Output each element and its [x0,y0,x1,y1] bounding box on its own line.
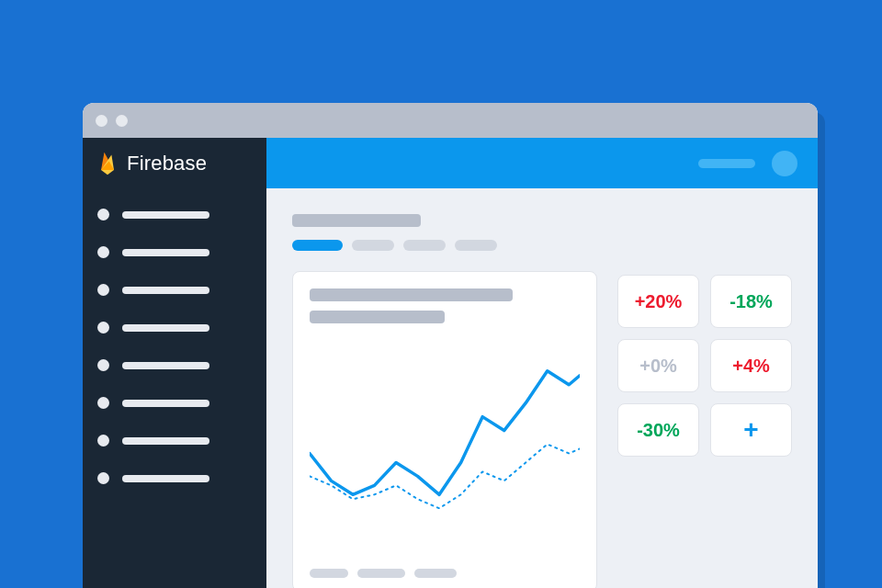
sidebar-item[interactable] [97,397,252,409]
main-area: +20%-18%+0%+4%-30%+ [266,138,818,588]
nav-label-placeholder [122,324,209,332]
legend-item [357,569,405,578]
content: +20%-18%+0%+4%-30%+ [266,188,818,588]
topbar-action[interactable] [698,159,755,168]
stat-card[interactable]: +4% [710,339,792,392]
nav-label-placeholder [122,287,209,294]
window-titlebar [83,103,818,138]
brand[interactable]: Firebase [83,138,266,188]
add-stat-button[interactable]: + [710,403,792,457]
sidebar-item[interactable] [97,209,252,220]
nav-label-placeholder [122,475,209,482]
page-heading [292,214,597,240]
window-control-close[interactable] [96,115,107,127]
chart-area [310,334,580,563]
sidebar-item[interactable] [97,284,252,296]
app-frame: Firebase [83,138,818,588]
stats-grid: +20%-18%+0%+4%-30%+ [617,214,792,588]
nav-bullet-icon [97,284,109,296]
sidebar-item[interactable] [97,359,252,371]
window-control-minimize[interactable] [116,115,128,127]
sidebar-nav [83,188,266,484]
card-subtitle-placeholder [310,311,445,323]
left-column [292,214,597,588]
sidebar-item[interactable] [97,322,252,334]
nav-bullet-icon [97,472,109,484]
nav-bullet-icon [97,359,109,371]
sidebar-item[interactable] [97,472,252,484]
firebase-logo-icon [97,151,118,176]
nav-label-placeholder [122,437,209,445]
chart-legend [310,569,580,578]
nav-label-placeholder [122,362,209,369]
legend-item [310,569,348,578]
page-title-placeholder [292,214,421,227]
chart-card [292,271,597,588]
stat-card[interactable]: -30% [617,403,699,457]
avatar[interactable] [772,151,797,176]
nav-bullet-icon [97,397,109,409]
nav-bullet-icon [97,435,109,447]
legend-item [414,569,457,578]
sidebar-item[interactable] [97,435,252,447]
tab[interactable] [352,240,394,251]
chart-series-secondary [310,445,580,509]
topbar [266,138,818,188]
chart-series-primary [310,371,580,494]
nav-label-placeholder [122,400,209,407]
stat-card[interactable]: -18% [710,275,792,328]
brand-name: Firebase [127,152,207,175]
stat-card[interactable]: +20% [617,275,699,328]
tab-bar [292,240,597,251]
nav-bullet-icon [97,246,109,258]
card-title-placeholder [310,288,513,301]
tab[interactable] [403,240,446,251]
nav-bullet-icon [97,322,109,334]
nav-label-placeholder [122,249,209,256]
nav-bullet-icon [97,209,109,220]
nav-label-placeholder [122,211,209,219]
sidebar: Firebase [83,138,266,588]
tab[interactable] [292,240,343,251]
stat-card[interactable]: +0% [617,339,699,392]
tab[interactable] [455,240,497,251]
browser-window: Firebase [83,103,818,588]
sidebar-item[interactable] [97,246,252,258]
